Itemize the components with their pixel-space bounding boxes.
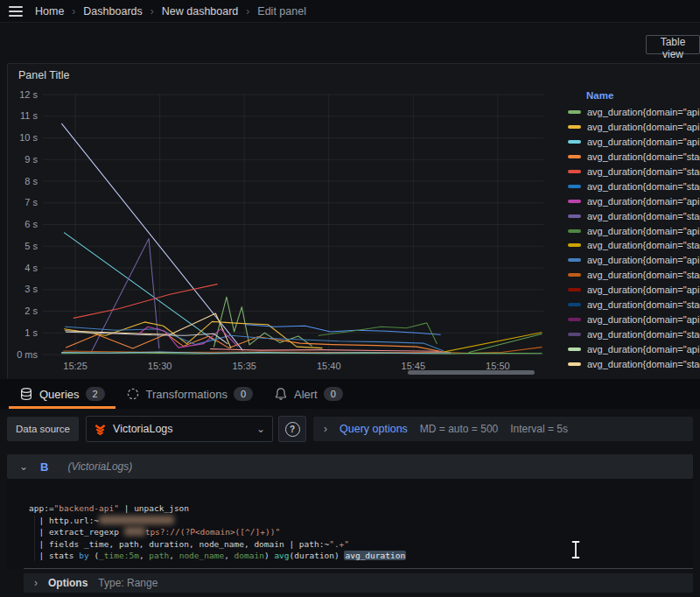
svg-text:10 s: 10 s bbox=[19, 132, 38, 143]
chevron-down-icon: ⌄ bbox=[256, 424, 265, 434]
legend-rows: avg_duration{domain="api.challengeavg_du… bbox=[561, 105, 700, 371]
legend-row[interactable]: avg_duration{domain="staging.api.ch bbox=[561, 150, 700, 165]
svg-text:15:30: 15:30 bbox=[148, 361, 172, 371]
series-label: avg_duration{domain="api.challenge bbox=[587, 344, 700, 355]
series-label: avg_duration{domain="staging.api.ch bbox=[587, 211, 700, 221]
legend-name-header[interactable]: Name bbox=[586, 90, 700, 105]
series-color-mark bbox=[568, 125, 581, 129]
series-label: avg_duration{domain="api.challenge bbox=[587, 122, 700, 132]
code-token: path bbox=[149, 551, 169, 560]
code-token: , bbox=[169, 551, 178, 560]
timeseries-chart[interactable]: 0 ms1 s2 s3 s4 s5 s6 s7 s8 s9 s10 s11 s1… bbox=[8, 64, 561, 379]
grafana-edit-panel-screen: Home›Dashboards›New dashboard›Edit panel… bbox=[0, 0, 700, 597]
svg-text:15:40: 15:40 bbox=[317, 361, 341, 371]
svg-text:5 s: 5 s bbox=[24, 241, 38, 251]
question-circle-icon: ? bbox=[285, 422, 300, 437]
svg-text:1 s: 1 s bbox=[24, 327, 38, 338]
series-label: avg_duration{domain="api.challenge bbox=[587, 137, 700, 147]
datasource-label: Data source bbox=[7, 417, 79, 441]
code-token: tps?://(?P<domain>([^/]+))" bbox=[145, 527, 280, 537]
series-color-mark bbox=[568, 110, 581, 114]
query-options-label: Query options bbox=[340, 423, 408, 435]
table-view-toggle[interactable]: Table view bbox=[646, 35, 700, 54]
code-token: (duration) bbox=[290, 551, 345, 560]
query-row-header[interactable]: ⌄ B (VictoriaLogs) bbox=[7, 454, 693, 479]
breadcrumb-item[interactable]: Dashboards bbox=[83, 5, 142, 18]
legend-row[interactable]: avg_duration{domain="staging.api.ch bbox=[561, 327, 700, 341]
tab-count-badge: 0 bbox=[234, 387, 253, 401]
legend-row[interactable]: avg_duration{domain="api.challenge bbox=[561, 253, 700, 268]
svg-text:7 s: 7 s bbox=[24, 197, 38, 207]
series-color-mark bbox=[568, 214, 581, 218]
code-token: ( bbox=[89, 551, 99, 560]
chevron-down-icon: ⌄ bbox=[19, 461, 28, 472]
redacted-text bbox=[124, 527, 145, 536]
tab-label: Transformations bbox=[146, 388, 228, 401]
code-token: | extract_regexp bbox=[29, 527, 124, 537]
interval-summary: Interval = 5s bbox=[510, 423, 568, 435]
code-line: app:="backend-api" | unpack_json bbox=[7, 502, 693, 515]
series-color-mark bbox=[568, 362, 581, 366]
legend-row[interactable]: avg_duration{domain="staging.api.ch bbox=[561, 238, 700, 253]
datasource-help-button[interactable]: ? bbox=[278, 416, 306, 442]
breadcrumb-item[interactable]: Home bbox=[35, 5, 64, 18]
legend-row[interactable]: avg_duration{domain="api.challenge bbox=[561, 283, 700, 298]
legend-row[interactable]: avg_duration{domain="staging.api.ch bbox=[561, 268, 700, 283]
legend-row[interactable]: avg_duration{domain="staging.api.ch bbox=[561, 179, 700, 193]
code-token: | unpack_json bbox=[119, 503, 189, 513]
legend-row[interactable]: avg_duration{domain="api.challenge bbox=[561, 120, 700, 135]
menu-icon[interactable] bbox=[9, 6, 23, 17]
series-label: avg_duration{domain="staging.api.ch bbox=[587, 181, 700, 192]
tab-count-badge: 0 bbox=[324, 387, 343, 401]
series-color-mark bbox=[568, 348, 581, 351]
horizontal-scrollbar[interactable] bbox=[408, 370, 535, 375]
series-color-mark bbox=[568, 140, 581, 144]
legend-row[interactable]: avg_duration{domain="staging.api.ch bbox=[561, 356, 700, 371]
code-token: ".+" bbox=[329, 539, 349, 549]
legend-row[interactable]: avg_duration{domain="staging.api.ch bbox=[561, 298, 700, 313]
series-label: avg_duration{domain="staging.api.ch bbox=[587, 329, 700, 340]
series-label: avg_duration{domain="staging.api.ch bbox=[587, 270, 700, 280]
code-token: by bbox=[79, 551, 88, 560]
tab-count-badge: 2 bbox=[86, 387, 105, 401]
breadcrumb-item: Edit panel bbox=[257, 5, 306, 18]
datasource-select[interactable]: VictoriaLogs ⌄ bbox=[86, 416, 273, 442]
series-color-mark bbox=[568, 229, 581, 233]
series-label: avg_duration{domain="api.challenge bbox=[587, 107, 700, 117]
code-line: | stats by (_time:5m, path, node_name, d… bbox=[7, 550, 693, 562]
query-options-header[interactable]: › Query options MD = auto = 500 Interval… bbox=[313, 417, 693, 441]
tab-transformations[interactable]: Transformations 0 bbox=[116, 379, 263, 409]
series-color-mark bbox=[568, 303, 581, 306]
code-token: | fields _time, path, duration, node_nam… bbox=[29, 539, 329, 549]
code-token: "backend-api" bbox=[54, 503, 119, 513]
legend-row[interactable]: avg_duration{domain="api.challenge bbox=[561, 341, 700, 356]
tab-label: Queries bbox=[39, 388, 80, 401]
query-ref-id: B bbox=[40, 460, 48, 474]
breadcrumb-separator-icon: › bbox=[150, 5, 154, 18]
code-token: , bbox=[139, 551, 149, 560]
legend-row[interactable]: avg_duration{domain="staging.api.ch bbox=[561, 165, 700, 179]
breadcrumb-item[interactable]: New dashboard bbox=[162, 5, 239, 18]
query-options-accordion[interactable]: › Options Type: Range bbox=[24, 573, 693, 593]
query-code-editor[interactable]: app:="backend-api" | unpack_json | http.… bbox=[7, 479, 693, 569]
legend-row[interactable]: avg_duration{domain="api.challenge bbox=[561, 105, 700, 120]
tab-queries[interactable]: Queries 2 bbox=[9, 379, 116, 409]
series-color-mark bbox=[568, 185, 581, 188]
legend-row[interactable]: avg_duration{domain="api.challenge bbox=[561, 312, 700, 327]
breadcrumb: Home›Dashboards›New dashboard›Edit panel bbox=[35, 5, 306, 18]
svg-text:2 s: 2 s bbox=[24, 306, 38, 316]
breadcrumb-separator-icon: › bbox=[72, 5, 75, 18]
max-data-points-summary: MD = auto = 500 bbox=[420, 423, 498, 435]
legend-row[interactable]: avg_duration{domain="api.challenge bbox=[561, 223, 700, 238]
code-token: node_name bbox=[179, 551, 224, 560]
tab-alert[interactable]: Alert 0 bbox=[263, 379, 354, 409]
options-type-summary: Type: Range bbox=[98, 577, 158, 589]
database-icon bbox=[19, 387, 33, 401]
legend-row[interactable]: avg_duration{domain="api.challenge bbox=[561, 193, 700, 208]
legend-row[interactable]: avg_duration{domain="api.challenge bbox=[561, 135, 700, 150]
series-label: avg_duration{domain="staging.api.ch bbox=[587, 240, 700, 250]
series-label: avg_duration{domain="api.challenge bbox=[587, 314, 700, 325]
series-label: avg_duration{domain="api.challenge bbox=[587, 284, 700, 295]
legend-row[interactable]: avg_duration{domain="staging.api.ch bbox=[561, 208, 700, 223]
query-datasource-hint: (VictoriaLogs) bbox=[67, 460, 132, 473]
